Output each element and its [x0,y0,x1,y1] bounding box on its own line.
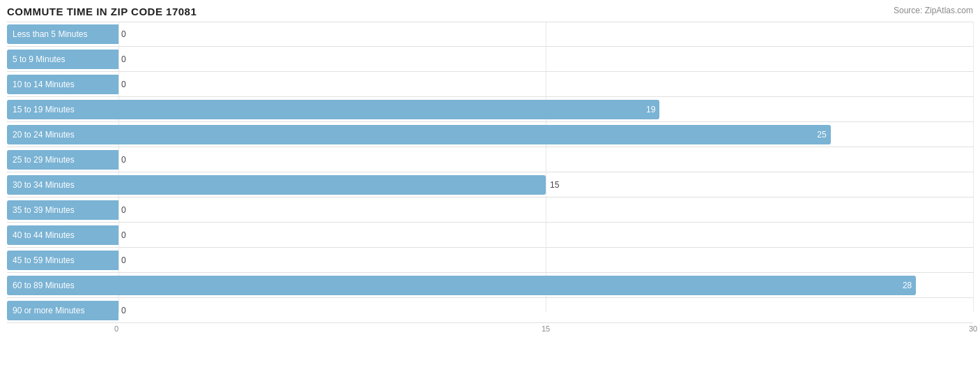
bar-value: 0 [118,80,126,89]
bar-row: 40 to 44 Minutes0 [7,223,973,248]
bar-value: 28 [903,281,916,290]
bar-label: 30 to 34 Minutes [7,175,118,195]
bar-track: 19 [118,100,973,119]
bar-row: Less than 5 Minutes0 [7,22,973,47]
bar-label: 45 to 59 Minutes [7,251,118,270]
bar-track: 0 [118,301,973,320]
bar-row: 15 to 19 Minutes19 [7,97,973,122]
bar-row: 90 or more Minutes0 [7,298,973,323]
chart-header: COMMUTE TIME IN ZIP CODE 17081 Source: Z… [7,6,973,17]
bar-label: 25 to 29 Minutes [7,150,118,170]
x-axis-tick: 0 [114,325,118,333]
x-axis-tick: 15 [542,325,550,333]
bar-row: 10 to 14 Minutes0 [7,72,973,97]
bar-row: 25 to 29 Minutes0 [7,147,973,172]
bar-value: 0 [118,29,126,39]
chart-source: Source: ZipAtlas.com [894,6,973,15]
bar-track: 0 [118,75,973,94]
bar-row: 20 to 24 Minutes25 [7,122,973,147]
bar-label: 15 to 19 Minutes [7,100,118,119]
bar-value: 0 [118,155,126,165]
bar-value: 19 [646,105,659,114]
bars-wrapper: Less than 5 Minutes05 to 9 Minutes010 to… [7,22,973,323]
x-axis-tick: 30 [969,325,977,333]
bar-track: 0 [118,24,973,44]
bar-value: 0 [118,306,126,315]
bar-label: 20 to 24 Minutes [7,125,118,144]
x-axis: 01530 [118,323,973,332]
bar-track: 0 [118,150,973,170]
bar-value: 25 [817,130,830,140]
chart-body: Less than 5 Minutes05 to 9 Minutes010 to… [7,22,973,332]
bar-value: 0 [118,54,126,64]
bar-label: 5 to 9 Minutes [7,50,118,69]
bar-track: 0 [118,251,973,270]
bar-label: 40 to 44 Minutes [7,225,118,245]
bar-track: 25 [118,125,973,144]
chart-container: COMMUTE TIME IN ZIP CODE 17081 Source: Z… [0,0,980,365]
chart-title: COMMUTE TIME IN ZIP CODE 17081 [7,6,197,17]
bar-track: 0 [118,200,973,220]
bar-value: 0 [118,255,126,265]
bar-value: 0 [118,230,126,240]
bar-label: 35 to 39 Minutes [7,200,118,220]
bar-row: 30 to 34 Minutes15 [7,172,973,198]
bar-row: 60 to 89 Minutes28 [7,273,973,298]
bar-value: 0 [118,205,126,215]
bar-value: 15 [546,180,559,190]
bar-label: 60 to 89 Minutes [7,276,118,295]
bar-row: 5 to 9 Minutes0 [7,47,973,72]
bar-track: 0 [118,225,973,245]
bar-fill: 25 [118,125,831,144]
bar-row: 35 to 39 Minutes0 [7,198,973,223]
bar-label: 90 or more Minutes [7,301,118,320]
bar-track: 15 [118,175,973,195]
bar-fill: 19 [118,100,659,119]
grid-line [973,22,974,313]
bar-fill: 28 [118,276,916,295]
bar-track: 0 [118,50,973,69]
bar-track: 28 [118,276,973,295]
bar-fill: 15 [118,175,546,195]
bar-label: Less than 5 Minutes [7,24,118,44]
bar-row: 45 to 59 Minutes0 [7,248,973,273]
bar-label: 10 to 14 Minutes [7,75,118,94]
